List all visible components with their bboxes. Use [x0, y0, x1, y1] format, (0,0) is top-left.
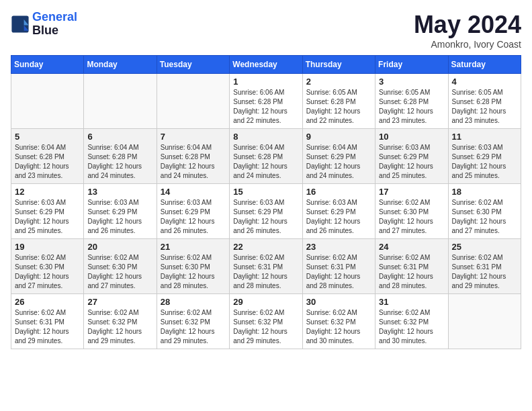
- calendar-day-cell: 8Sunrise: 6:04 AM Sunset: 6:28 PM Daylig…: [230, 129, 302, 184]
- day-info: Sunrise: 6:02 AM Sunset: 6:30 PM Dayligh…: [452, 198, 517, 236]
- day-info: Sunrise: 6:02 AM Sunset: 6:30 PM Dayligh…: [161, 253, 226, 291]
- day-info: Sunrise: 6:05 AM Sunset: 6:28 PM Dayligh…: [379, 88, 444, 126]
- day-number: 15: [233, 187, 298, 197]
- calendar-day-cell: 16Sunrise: 6:03 AM Sunset: 6:29 PM Dayli…: [302, 184, 375, 239]
- day-info: Sunrise: 6:02 AM Sunset: 6:32 PM Dayligh…: [306, 308, 371, 346]
- day-info: Sunrise: 6:03 AM Sunset: 6:29 PM Dayligh…: [15, 198, 80, 236]
- day-number: 10: [379, 132, 444, 142]
- day-number: 8: [233, 132, 298, 142]
- calendar-day-cell: [448, 294, 521, 349]
- day-info: Sunrise: 6:02 AM Sunset: 6:32 PM Dayligh…: [161, 308, 226, 346]
- calendar-day-cell: 6Sunrise: 6:04 AM Sunset: 6:28 PM Daylig…: [84, 129, 157, 184]
- day-number: 2: [306, 77, 371, 87]
- calendar-day-cell: 29Sunrise: 6:02 AM Sunset: 6:32 PM Dayli…: [230, 294, 302, 349]
- calendar-day-cell: 22Sunrise: 6:02 AM Sunset: 6:31 PM Dayli…: [230, 239, 302, 294]
- day-number: 6: [87, 132, 152, 142]
- calendar-day-cell: 5Sunrise: 6:04 AM Sunset: 6:28 PM Daylig…: [11, 129, 84, 184]
- calendar-header-row: SundayMondayTuesdayWednesdayThursdayFrid…: [11, 56, 521, 74]
- day-number: 3: [379, 77, 444, 87]
- logo-icon: [11, 15, 30, 34]
- calendar-day-cell: 12Sunrise: 6:03 AM Sunset: 6:29 PM Dayli…: [11, 184, 84, 239]
- calendar-day-cell: 9Sunrise: 6:04 AM Sunset: 6:29 PM Daylig…: [302, 129, 375, 184]
- calendar-week-row: 19Sunrise: 6:02 AM Sunset: 6:30 PM Dayli…: [11, 239, 521, 294]
- day-number: 5: [15, 132, 80, 142]
- day-number: 4: [452, 77, 517, 87]
- day-number: 21: [161, 242, 226, 252]
- day-info: Sunrise: 6:03 AM Sunset: 6:29 PM Dayligh…: [379, 143, 444, 181]
- day-number: 17: [379, 187, 444, 197]
- calendar-day-cell: 30Sunrise: 6:02 AM Sunset: 6:32 PM Dayli…: [302, 294, 375, 349]
- day-number: 14: [161, 187, 226, 197]
- day-info: Sunrise: 6:02 AM Sunset: 6:31 PM Dayligh…: [379, 253, 444, 291]
- day-number: 27: [87, 297, 152, 307]
- calendar-day-cell: 31Sunrise: 6:02 AM Sunset: 6:32 PM Dayli…: [375, 294, 448, 349]
- day-number: 23: [306, 242, 371, 252]
- day-info: Sunrise: 6:04 AM Sunset: 6:29 PM Dayligh…: [306, 143, 371, 181]
- calendar-day-cell: 28Sunrise: 6:02 AM Sunset: 6:32 PM Dayli…: [157, 294, 229, 349]
- day-number: 7: [161, 132, 226, 142]
- calendar-title: May 2024: [414, 11, 521, 39]
- day-info: Sunrise: 6:06 AM Sunset: 6:28 PM Dayligh…: [233, 88, 298, 126]
- day-number: 16: [306, 187, 371, 197]
- day-info: Sunrise: 6:02 AM Sunset: 6:31 PM Dayligh…: [233, 253, 298, 291]
- day-info: Sunrise: 6:04 AM Sunset: 6:28 PM Dayligh…: [233, 143, 298, 181]
- weekday-header: Saturday: [448, 56, 521, 74]
- page-header: General Blue May 2024 Amonkro, Ivory Coa…: [11, 11, 521, 50]
- calendar-day-cell: 23Sunrise: 6:02 AM Sunset: 6:31 PM Dayli…: [302, 239, 375, 294]
- day-info: Sunrise: 6:04 AM Sunset: 6:28 PM Dayligh…: [15, 143, 80, 181]
- calendar-day-cell: 2Sunrise: 6:05 AM Sunset: 6:28 PM Daylig…: [302, 74, 375, 129]
- weekday-header: Thursday: [302, 56, 375, 74]
- calendar-day-cell: 15Sunrise: 6:03 AM Sunset: 6:29 PM Dayli…: [230, 184, 302, 239]
- day-number: 26: [15, 297, 80, 307]
- calendar-week-row: 1Sunrise: 6:06 AM Sunset: 6:28 PM Daylig…: [11, 74, 521, 129]
- day-info: Sunrise: 6:02 AM Sunset: 6:31 PM Dayligh…: [306, 253, 371, 291]
- logo: General Blue: [11, 11, 77, 38]
- calendar-day-cell: 18Sunrise: 6:02 AM Sunset: 6:30 PM Dayli…: [448, 184, 521, 239]
- calendar-day-cell: [11, 74, 84, 129]
- calendar-day-cell: 7Sunrise: 6:04 AM Sunset: 6:28 PM Daylig…: [157, 129, 229, 184]
- calendar-day-cell: 14Sunrise: 6:03 AM Sunset: 6:29 PM Dayli…: [157, 184, 229, 239]
- day-info: Sunrise: 6:02 AM Sunset: 6:30 PM Dayligh…: [15, 253, 80, 291]
- day-info: Sunrise: 6:03 AM Sunset: 6:29 PM Dayligh…: [87, 198, 152, 236]
- day-info: Sunrise: 6:02 AM Sunset: 6:32 PM Dayligh…: [379, 308, 444, 346]
- day-number: 12: [15, 187, 80, 197]
- calendar-day-cell: [157, 74, 229, 129]
- weekday-header: Sunday: [11, 56, 84, 74]
- day-number: 18: [452, 187, 517, 197]
- calendar-week-row: 26Sunrise: 6:02 AM Sunset: 6:31 PM Dayli…: [11, 294, 521, 349]
- calendar-day-cell: 25Sunrise: 6:02 AM Sunset: 6:31 PM Dayli…: [448, 239, 521, 294]
- calendar-table: SundayMondayTuesdayWednesdayThursdayFrid…: [11, 55, 521, 349]
- day-info: Sunrise: 6:02 AM Sunset: 6:30 PM Dayligh…: [87, 253, 152, 291]
- day-info: Sunrise: 6:02 AM Sunset: 6:31 PM Dayligh…: [15, 308, 80, 346]
- calendar-day-cell: 21Sunrise: 6:02 AM Sunset: 6:30 PM Dayli…: [157, 239, 229, 294]
- calendar-day-cell: 17Sunrise: 6:02 AM Sunset: 6:30 PM Dayli…: [375, 184, 448, 239]
- day-info: Sunrise: 6:04 AM Sunset: 6:28 PM Dayligh…: [87, 143, 152, 181]
- day-info: Sunrise: 6:02 AM Sunset: 6:31 PM Dayligh…: [452, 253, 517, 291]
- day-info: Sunrise: 6:02 AM Sunset: 6:32 PM Dayligh…: [87, 308, 152, 346]
- day-info: Sunrise: 6:04 AM Sunset: 6:28 PM Dayligh…: [161, 143, 226, 181]
- day-info: Sunrise: 6:02 AM Sunset: 6:32 PM Dayligh…: [233, 308, 298, 346]
- day-number: 31: [379, 297, 444, 307]
- weekday-header: Friday: [375, 56, 448, 74]
- calendar-location: Amonkro, Ivory Coast: [414, 39, 521, 50]
- calendar-day-cell: [84, 74, 157, 129]
- day-number: 22: [233, 242, 298, 252]
- calendar-day-cell: 4Sunrise: 6:05 AM Sunset: 6:28 PM Daylig…: [448, 74, 521, 129]
- calendar-day-cell: 13Sunrise: 6:03 AM Sunset: 6:29 PM Dayli…: [84, 184, 157, 239]
- day-info: Sunrise: 6:05 AM Sunset: 6:28 PM Dayligh…: [306, 88, 371, 126]
- calendar-day-cell: 1Sunrise: 6:06 AM Sunset: 6:28 PM Daylig…: [230, 74, 302, 129]
- day-number: 20: [87, 242, 152, 252]
- weekday-header: Tuesday: [157, 56, 229, 74]
- calendar-day-cell: 27Sunrise: 6:02 AM Sunset: 6:32 PM Dayli…: [84, 294, 157, 349]
- calendar-day-cell: 10Sunrise: 6:03 AM Sunset: 6:29 PM Dayli…: [375, 129, 448, 184]
- day-number: 1: [233, 77, 298, 87]
- day-info: Sunrise: 6:03 AM Sunset: 6:29 PM Dayligh…: [233, 198, 298, 236]
- calendar-week-row: 12Sunrise: 6:03 AM Sunset: 6:29 PM Dayli…: [11, 184, 521, 239]
- calendar-day-cell: 19Sunrise: 6:02 AM Sunset: 6:30 PM Dayli…: [11, 239, 84, 294]
- weekday-header: Monday: [84, 56, 157, 74]
- day-number: 19: [15, 242, 80, 252]
- weekday-header: Wednesday: [230, 56, 302, 74]
- calendar-day-cell: 3Sunrise: 6:05 AM Sunset: 6:28 PM Daylig…: [375, 74, 448, 129]
- calendar-day-cell: 20Sunrise: 6:02 AM Sunset: 6:30 PM Dayli…: [84, 239, 157, 294]
- day-info: Sunrise: 6:05 AM Sunset: 6:28 PM Dayligh…: [452, 88, 517, 126]
